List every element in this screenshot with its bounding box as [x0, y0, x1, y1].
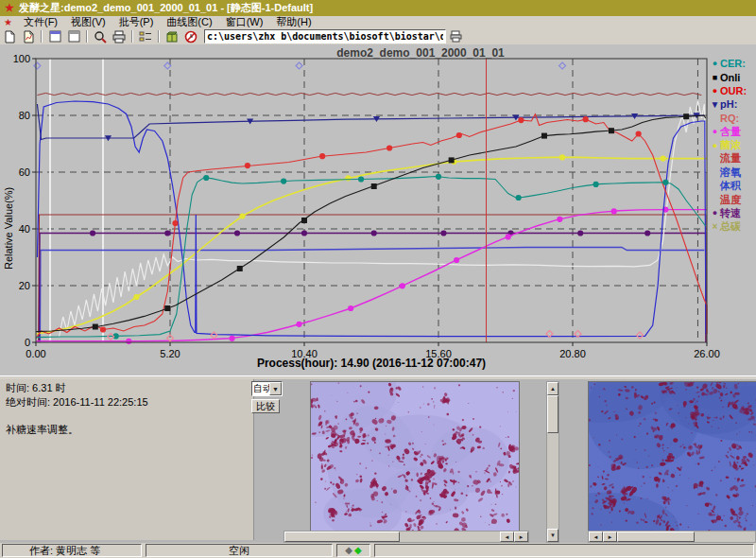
menu-item-1[interactable]: 视图(V) [64, 16, 112, 27]
auto-dropdown-value: 自动 [252, 382, 269, 395]
printer-small-icon[interactable] [447, 29, 464, 44]
event-notes-panel[interactable]: 时间: 6.31 时绝对时间: 2016-11-11 22:25:15补糖速率调… [0, 379, 254, 540]
stop-clock-icon[interactable] [182, 29, 199, 44]
legend-item-9: 体积 [710, 180, 756, 193]
package-icon[interactable] [163, 29, 180, 44]
series-温度 [37, 93, 701, 95]
y-axis-label: Relative Value(%) [3, 187, 14, 270]
image-controls: 自动 ▼ 比较 [251, 381, 284, 413]
scroll-thumb[interactable] [284, 532, 400, 542]
x-axis-label: Process(hour): 14.90 (2016-11-12 07:00:4… [36, 357, 707, 370]
scroll-thumb[interactable] [547, 395, 558, 433]
window-cascade-icon[interactable] [65, 29, 82, 44]
scroll-left-icon[interactable]: ◄ [589, 532, 603, 542]
document-star-icon[interactable]: ★ [4, 17, 12, 27]
auto-dropdown[interactable]: 自动 ▼ [251, 381, 283, 396]
svg-text:40: 40 [19, 223, 30, 235]
menu-item-3[interactable]: 曲线图(C) [160, 16, 218, 27]
legend-item-2: ●OUR: [710, 84, 756, 97]
legend-label: 体积 [720, 179, 741, 193]
scroll-track[interactable] [617, 532, 755, 542]
micrograph-right[interactable] [588, 381, 756, 532]
legend-marker-icon: ▼ [710, 99, 720, 110]
scroll-left-icon[interactable]: ◄ [500, 532, 514, 542]
micrograph-left[interactable] [310, 381, 520, 532]
scroll-track[interactable] [547, 395, 558, 529]
chart-title: demo2_demo_001_2000_01_01 [336, 46, 504, 60]
legend-item-10: 温度 [710, 193, 756, 206]
series-pH [37, 104, 704, 140]
legend-item-12: ×总碳 [710, 220, 756, 234]
zoom-icon[interactable] [92, 29, 109, 44]
legend-label: 转速 [720, 206, 741, 220]
app-icon: ★ [3, 2, 16, 14]
status-state: 空闲 [146, 544, 333, 557]
legend-item-7: 流量 [710, 152, 756, 166]
chart-legend: ●CER:■Onli●OUR:▼pH:RQ:●含量●菌浓流量溶氧体积温度●转速×… [710, 57, 756, 234]
application-window: ★ 发酵之星:demo2_demo_001_2000_01_01 - [静态图-… [0, 0, 756, 558]
scroll-track[interactable] [284, 532, 500, 542]
legend-marker-icon: ■ [710, 73, 720, 82]
scroll-up-icon[interactable]: ▲ [547, 382, 558, 395]
legend-label: RQ: [720, 113, 739, 124]
legend-label: 温度 [720, 193, 741, 207]
legend-label: 含量 [720, 125, 741, 139]
scroll-right-icon[interactable]: ► [603, 532, 617, 542]
legend-item-8: 溶氧 [710, 166, 756, 179]
status-indicators: ◆ ◆ [336, 544, 370, 557]
toolbar-separator [86, 30, 88, 43]
trend-chart[interactable]: 0.005.2010.4015.6020.8026.00020406080100 [0, 44, 756, 375]
scroll-thumb[interactable] [617, 532, 695, 542]
chevron-down-icon[interactable]: ▼ [269, 382, 282, 395]
bottom-panel: 时间: 6.31 时绝对时间: 2016-11-11 22:25:15补糖速率调… [0, 379, 756, 543]
status-bar: 作者: 黄明志 等 空闲 ◆ ◆ [0, 543, 756, 558]
menu-item-5[interactable]: 帮助(H) [269, 16, 318, 27]
menu-item-2[interactable]: 批号(P) [112, 16, 161, 27]
note-line-1: 绝对时间: 2016-11-11 22:25:15 [6, 396, 253, 409]
chart-panel: 0.005.2010.4015.6020.8026.00020406080100… [0, 44, 756, 375]
note-line-2 [6, 410, 253, 422]
svg-text:20: 20 [19, 280, 30, 291]
compare-button[interactable]: 比较 [251, 399, 280, 413]
note-line-0: 时间: 6.31 时 [6, 382, 253, 394]
note-line-3: 补糖速率调整。 [6, 424, 253, 436]
toolbar-separator [131, 30, 133, 43]
green-diamond-icon: ◆ [354, 546, 362, 555]
legend-item-3: ▼pH: [710, 97, 756, 111]
status-empty [374, 544, 754, 557]
open-graph-icon[interactable] [20, 29, 37, 44]
menu-item-4[interactable]: 窗口(W) [219, 16, 270, 27]
legend-marker-icon: ● [710, 141, 720, 150]
menu-bar: ★ 文件(F)视图(V)批号(P)曲线图(C)窗口(W)帮助(H) [0, 16, 756, 28]
scroll-right-icon[interactable]: ► [514, 532, 528, 542]
legend-marker-icon: ● [710, 59, 720, 68]
legend-item-5: ●含量 [710, 125, 756, 138]
window-tile-icon[interactable] [46, 29, 63, 44]
path-input[interactable] [204, 29, 446, 44]
svg-text:0: 0 [25, 337, 30, 348]
legend-marker-icon: ● [710, 127, 720, 136]
status-author: 作者: 黄明志 等 [2, 544, 142, 557]
legend-item-4: RQ: [710, 112, 756, 125]
legend-label: Onli [720, 72, 740, 83]
svg-text:100: 100 [13, 53, 30, 64]
scroll-down-icon[interactable]: ▼ [547, 529, 558, 542]
legend-marker-icon: ● [710, 86, 720, 96]
series-CER [36, 177, 706, 338]
horizontal-scrollbar-right[interactable]: ◄ ► [588, 531, 756, 543]
horizontal-scrollbar-left[interactable]: ◄ ► [284, 531, 529, 543]
menu-item-0[interactable]: 文件(F) [17, 16, 64, 27]
legend-item-11: ●转速 [710, 206, 756, 219]
legend-item-1: ■Onli [710, 70, 756, 83]
report-list-icon[interactable] [137, 29, 154, 44]
vertical-scrollbar[interactable]: ▲ ▼ [546, 381, 559, 543]
legend-marker-icon: ● [710, 208, 720, 218]
legend-label: 总碳 [720, 219, 741, 234]
legend-label: pH: [720, 98, 737, 110]
print-icon[interactable] [111, 29, 128, 44]
window-title: 发酵之星:demo2_demo_001_2000_01_01 - [静态图-1-… [19, 1, 313, 15]
legend-label: OUR: [720, 85, 747, 96]
menu-items: 文件(F)视图(V)批号(P)曲线图(C)窗口(W)帮助(H) [17, 15, 318, 29]
new-document-icon[interactable] [1, 29, 18, 44]
legend-label: 溶氧 [720, 166, 741, 180]
